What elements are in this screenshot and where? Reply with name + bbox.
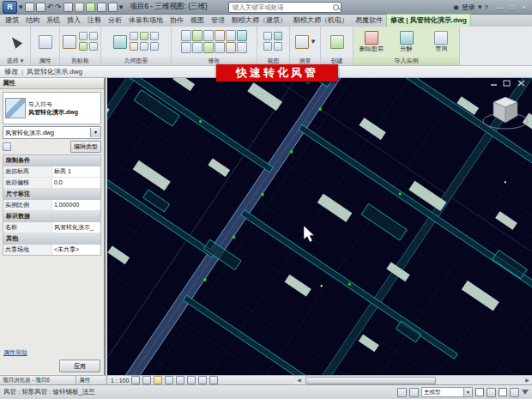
tab-annotate[interactable]: 注释: [84, 15, 105, 27]
open-icon[interactable]: [25, 3, 34, 12]
move-icon[interactable]: [192, 30, 203, 41]
rotate-icon[interactable]: [237, 30, 247, 41]
array-icon[interactable]: [215, 42, 225, 53]
tab-analyze[interactable]: 分析: [105, 15, 125, 27]
trim-icon[interactable]: [181, 42, 191, 53]
temporary-hide-icon[interactable]: [198, 376, 207, 384]
crop-view-icon[interactable]: [176, 376, 184, 384]
redo-icon[interactable]: ↷: [55, 3, 62, 11]
undo-icon[interactable]: ↶: [47, 3, 54, 11]
unjoin-icon[interactable]: [150, 32, 159, 40]
query-button[interactable]: 查询: [425, 31, 457, 52]
copy-tool-icon[interactable]: [215, 30, 225, 41]
extend-icon[interactable]: [192, 42, 203, 53]
tab-fanmo-arch[interactable]: 翻模大师（建筑）: [228, 15, 290, 27]
worksets-icon[interactable]: [397, 388, 407, 397]
properties-help-link[interactable]: 属性帮助: [3, 348, 100, 357]
pin-icon[interactable]: [237, 42, 247, 53]
tab-project-browser[interactable]: 项目浏览器 - 项目6: [0, 376, 76, 384]
thin-lines-icon[interactable]: [263, 32, 272, 40]
panel-label-import-instance[interactable]: 导入实例: [354, 57, 459, 65]
properties-palette-title[interactable]: 属性: [0, 78, 104, 89]
row-shared-site-value[interactable]: <未共享>: [52, 245, 100, 255]
sign-in-button[interactable]: 登录: [462, 3, 475, 12]
tab-properties-palette[interactable]: 属性: [76, 376, 107, 384]
apply-button[interactable]: 应用: [59, 360, 100, 372]
offset-icon[interactable]: [203, 30, 214, 41]
scroll-left-icon[interactable]: ◀: [294, 376, 304, 384]
tag-icon[interactable]: [86, 3, 95, 12]
filter-selection-icon[interactable]: [3, 142, 11, 151]
split-icon[interactable]: [203, 42, 214, 53]
select-links-icon[interactable]: [510, 388, 519, 397]
explode-button[interactable]: 分解: [390, 31, 423, 52]
type-selector-arrow-icon[interactable]: ▾: [90, 128, 100, 137]
sun-path-icon[interactable]: [154, 376, 162, 384]
paste-icon[interactable]: [63, 35, 76, 49]
tab-systems[interactable]: 系统: [43, 15, 63, 27]
save-icon[interactable]: [36, 3, 45, 12]
scale-icon[interactable]: [226, 42, 236, 53]
search-icon[interactable]: [333, 4, 339, 10]
row-base-offset-value[interactable]: 0.0: [52, 178, 100, 188]
panel-label-properties[interactable]: 属性: [31, 57, 59, 65]
app-menu-button[interactable]: R: [3, 1, 17, 14]
switch-windows-icon[interactable]: [263, 42, 272, 51]
crop-region-icon[interactable]: [187, 376, 196, 384]
scroll-right-icon[interactable]: ▶: [523, 376, 532, 384]
quick-access-dropdown-icon[interactable]: ▾: [119, 3, 124, 11]
print-icon[interactable]: [63, 3, 73, 12]
group-constraints[interactable]: 限制条件: [3, 155, 100, 166]
tab-insert[interactable]: 插入: [63, 15, 84, 27]
scrollbar-thumb[interactable]: [305, 377, 436, 384]
row-name-value[interactable]: 风管转化演示_: [52, 222, 100, 233]
create-group-icon[interactable]: [330, 35, 344, 49]
tab-massing-site[interactable]: 体量和场地: [125, 15, 166, 27]
type-selector[interactable]: 风管转化演示.dwg ▾: [3, 126, 101, 139]
mirror-icon[interactable]: [226, 30, 236, 41]
measure-icon[interactable]: [75, 3, 84, 12]
reveal-hidden-icon[interactable]: [209, 376, 218, 384]
horizontal-scrollbar[interactable]: ◀ ▶: [294, 375, 532, 384]
cut-geometry-icon[interactable]: [113, 35, 127, 49]
cope-icon[interactable]: [130, 32, 138, 40]
close-inactive-icon[interactable]: [274, 42, 282, 51]
detail-level-icon[interactable]: [131, 376, 140, 384]
row-instance-scale-value[interactable]: 1.000000: [52, 200, 100, 210]
minimize-button[interactable]: —: [494, 2, 505, 13]
tab-manage[interactable]: 管理: [208, 15, 228, 27]
group-identity-data[interactable]: 标识数据: [3, 211, 100, 222]
match-type-icon[interactable]: [79, 42, 88, 51]
delete-layers-button[interactable]: 删除图层: [355, 31, 388, 52]
search-input[interactable]: [231, 3, 333, 12]
design-option-select[interactable]: 主模型 ▾: [421, 387, 473, 397]
tab-collaborate[interactable]: 协作: [166, 15, 187, 27]
filter-icon[interactable]: [522, 390, 529, 395]
maximize-button[interactable]: □: [506, 2, 517, 13]
app-menu-arrow-icon[interactable]: ▾: [19, 3, 23, 11]
align-icon[interactable]: [181, 30, 191, 41]
wall-joins-icon[interactable]: [140, 42, 148, 51]
scale-button[interactable]: 1 : 100: [111, 378, 129, 384]
design-option-arrow-icon[interactable]: ▾: [463, 388, 472, 396]
section-icon[interactable]: [108, 3, 118, 12]
cad-drawing[interactable]: [107, 78, 532, 375]
tab-architecture[interactable]: 建筑: [2, 15, 22, 27]
row-base-level-value[interactable]: 标高 1: [52, 166, 100, 177]
visual-style-icon[interactable]: [142, 376, 151, 384]
hidden-lines-icon[interactable]: [274, 32, 282, 40]
measure-dropdown-icon[interactable]: ▾: [311, 38, 316, 45]
design-options-icon[interactable]: [409, 388, 419, 397]
sign-in-arrow-icon[interactable]: ▾: [478, 3, 482, 11]
panel-label-select[interactable]: 选择 ▾: [0, 57, 30, 65]
measure-tool-icon[interactable]: [295, 35, 309, 49]
edit-type-button[interactable]: 编辑类型: [70, 141, 101, 153]
group-dimensions[interactable]: 尺寸标注: [3, 189, 100, 200]
tab-view[interactable]: 视图: [187, 15, 208, 27]
3d-view-icon[interactable]: [97, 3, 106, 12]
panel-label-geometry[interactable]: 几何图形: [101, 57, 171, 65]
shadows-icon[interactable]: [165, 376, 173, 384]
editable-only-checkbox[interactable]: [475, 388, 484, 396]
demolish-icon[interactable]: [150, 42, 159, 51]
drawing-area[interactable]: [107, 78, 532, 375]
